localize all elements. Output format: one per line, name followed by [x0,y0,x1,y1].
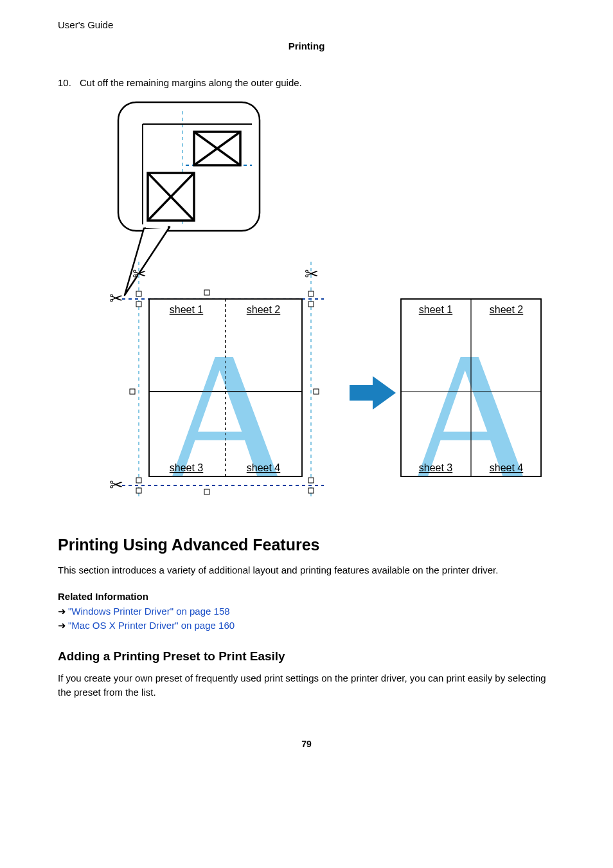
svg-rect-23 [130,389,135,394]
left-poster-with-guides: ✂ ✂ ✂ ✂ [109,262,324,510]
svg-rect-21 [308,478,314,483]
related-link-line: ➜"Windows Printer Driver" on page 158 [58,606,555,617]
arrow-right-icon: ➜ [58,620,67,631]
arrow-right-icon [350,376,396,410]
svg-rect-15 [136,291,141,296]
sheet-label: sheet 1 [419,304,453,315]
step-number: 10. [58,77,80,88]
arrow-right-icon: ➜ [58,606,67,617]
svg-rect-26 [204,489,209,494]
sheet-label: sheet 3 [170,462,204,473]
sheet-label: sheet 2 [490,304,524,315]
link-windows-driver[interactable]: "Windows Printer Driver" on page 158 [68,606,230,617]
figure: ✂ ✂ ✂ ✂ [86,98,555,512]
heading-advanced-features: Printing Using Advanced Features [58,536,555,554]
section-title: Printing [58,41,555,51]
svg-rect-20 [136,488,141,493]
svg-rect-22 [308,488,314,493]
scissors-icon: ✂ [109,475,123,494]
step-line: 10.Cut off the remaining margins along t… [58,77,555,88]
step-text: Cut off the remaining margins along the … [80,77,302,88]
sheet-label: sheet 3 [419,462,453,473]
svg-rect-19 [136,478,141,483]
right-poster-final: A sheet 1 sheet 2 sheet 3 sheet 4 [401,299,541,510]
svg-rect-25 [204,290,209,295]
sheet-label: sheet 1 [170,304,204,315]
sheet-label: sheet 4 [247,462,281,473]
svg-rect-17 [308,291,314,296]
related-link-line: ➜"Mac OS X Printer Driver" on page 160 [58,620,555,631]
svg-rect-24 [314,389,319,394]
sheet-label: sheet 2 [247,304,281,315]
svg-rect-18 [308,302,314,307]
svg-rect-16 [136,302,141,307]
scissors-icon: ✂ [305,264,319,284]
scissors-icon: ✂ [109,289,123,308]
link-mac-driver[interactable]: "Mac OS X Printer Driver" on page 160 [68,620,235,631]
sheet-label: sheet 4 [490,462,524,473]
preset-paragraph: If you create your own preset of frequen… [58,671,555,700]
guide-title: User's Guide [58,19,555,30]
scissors-icon: ✂ [132,264,147,284]
heading-printing-preset: Adding a Printing Preset to Print Easily [58,649,555,664]
page-number: 79 [58,739,555,749]
related-info-heading: Related Information [58,591,555,602]
intro-paragraph: This section introduces a variety of add… [58,563,555,578]
